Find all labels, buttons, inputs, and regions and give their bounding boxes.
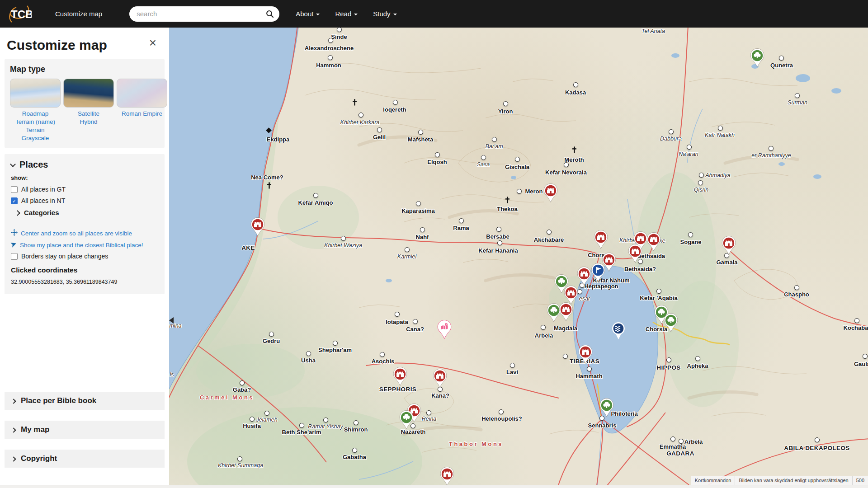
ake-synagogue-marker-icon[interactable] (250, 217, 265, 238)
tiberias-synagogue-marker-icon[interactable] (578, 345, 593, 366)
husifa-place-dot-marker[interactable] (250, 417, 255, 422)
ioqereth-place-dot-marker[interactable] (393, 100, 398, 105)
karmiel-place-dot-marker[interactable] (405, 247, 410, 252)
gamala-synagogue-marker-icon[interactable] (721, 236, 736, 257)
kochaba-place-dot-marker[interactable] (854, 318, 859, 323)
map-type-link-satellite[interactable]: Satellite (63, 110, 114, 118)
map-type-link-grayscale[interactable]: Grayscale (10, 134, 61, 142)
gaula-place-dot-marker[interactable] (863, 354, 868, 359)
dabbura-place-dot-marker[interactable] (669, 129, 674, 134)
cana-place-dot-marker[interactable] (413, 319, 418, 324)
roadmap-thumbnail[interactable] (10, 79, 61, 108)
qunetra-place-dot-marker[interactable] (779, 56, 784, 61)
lavi-place-dot-marker[interactable] (510, 363, 515, 368)
roman-empire-thumbnail[interactable] (117, 79, 167, 108)
kefar-amiqo-place-dot-marker[interactable] (313, 193, 318, 198)
ramat-yishay-place-dot-marker[interactable] (323, 418, 328, 422)
flag-marker-icon[interactable] (590, 263, 606, 284)
categories-toggle[interactable]: Categories (14, 209, 160, 216)
map-type-link-roadmap[interactable]: Roadmap (10, 110, 61, 118)
bersabe-place-dot-marker[interactable] (496, 227, 501, 232)
nav-customize-map-link[interactable]: Customize map (55, 10, 102, 18)
khirbet-waziya-place-dot-marker[interactable] (341, 236, 346, 241)
nazareth-tree-marker-icon[interactable] (399, 410, 414, 431)
checkbox-all-places-in-nt[interactable]: ✓All places in NT (11, 197, 160, 204)
satellite-thumbnail[interactable] (63, 79, 114, 108)
sea-marker-icon[interactable] (611, 322, 626, 342)
search-icon[interactable] (266, 10, 274, 20)
bar-am-place-dot-marker[interactable] (492, 137, 497, 142)
chorazin-synagogue-marker-icon[interactable] (593, 230, 609, 251)
akchabare-place-dot-marker[interactable] (547, 230, 552, 235)
jelameh-place-dot-marker[interactable] (264, 411, 269, 416)
arbela-place-dot-marker[interactable] (541, 325, 546, 330)
kefar-hanania-place-dot-marker[interactable] (497, 240, 502, 245)
kafr-natakh-place-dot-marker[interactable] (718, 126, 723, 131)
yiron-place-dot-marker[interactable] (503, 101, 508, 106)
kana-synagogue-marker-icon[interactable] (432, 369, 448, 389)
shephar-am-place-dot-marker[interactable] (333, 341, 338, 346)
link-center-and-zoom-so-all-places-are-visible[interactable]: Center and zoom so all places are visibl… (11, 229, 160, 237)
surman-place-dot-marker[interactable] (795, 93, 800, 98)
hammon-place-dot-marker[interactable] (328, 55, 333, 60)
synagogue-marker-icon[interactable] (576, 267, 592, 287)
kadasa-place-dot-marker[interactable] (573, 82, 578, 87)
nea-come-cross-marker-icon[interactable] (266, 182, 272, 191)
place-dot-marker[interactable] (563, 354, 568, 359)
cross-marker-icon[interactable] (352, 99, 358, 108)
na-aran-place-dot-marker[interactable] (687, 145, 692, 150)
link-show-my-place-and-the-closest-biblical-place[interactable]: Show my place and the closest Biblical p… (11, 241, 160, 249)
nav-menu-about[interactable]: About (296, 10, 320, 18)
sinde-place-dot-marker[interactable] (337, 28, 342, 32)
usha-place-dot-marker[interactable] (306, 351, 311, 356)
horizontal-scrollbar[interactable] (0, 485, 868, 488)
reina-place-dot-marker[interactable] (426, 410, 431, 415)
ahmadiya-place-dot-marker[interactable] (699, 173, 704, 178)
places-section-header[interactable]: Places (10, 160, 160, 170)
section-bar-place-per-bible-book[interactable]: Place per Bible book (5, 392, 165, 410)
map-canvas[interactable]: SindeAlexandroscheneHammonEkdippaKhirbet… (169, 28, 868, 488)
bethsaida-synagogue-marker-icon[interactable] (627, 244, 643, 265)
gabatha-place-dot-marker[interactable] (352, 448, 357, 453)
gelil-place-dot-marker[interactable] (377, 127, 382, 132)
iotapata-place-dot-marker[interactable] (395, 312, 400, 317)
khirbet-summaqa-place-dot-marker[interactable] (237, 456, 242, 461)
keyboard-shortcuts-link[interactable]: Kortkommandon (691, 476, 735, 485)
philoteria-tree-marker-icon[interactable] (599, 398, 614, 419)
helenoupolis-place-dot-marker[interactable] (499, 409, 504, 414)
abila-dekapoleos-place-dot-marker[interactable] (815, 437, 820, 442)
synagogue-marker-icon[interactable] (646, 232, 661, 253)
chaspho-place-dot-marker[interactable] (794, 285, 799, 290)
checkbox-all-places-in-gt-box[interactable] (11, 186, 18, 193)
kaparasima-place-dot-marker[interactable] (416, 201, 421, 206)
apheka-place-dot-marker[interactable] (695, 356, 700, 361)
elqosh-place-dot-marker[interactable] (435, 152, 440, 157)
emmatha-place-dot-marker[interactable] (670, 436, 675, 441)
thekoa-cross-marker-icon[interactable] (505, 197, 510, 206)
khirbet-karkara-place-dot-marker[interactable] (359, 113, 363, 117)
sasa-place-dot-marker[interactable] (481, 155, 486, 160)
map-type-link-roman-empire[interactable]: Roman Empire (117, 110, 167, 118)
beth-she-arim-place-dot-marker[interactable] (299, 423, 304, 428)
nav-menu-read[interactable]: Read (335, 10, 358, 18)
checkbox-borders-stay-box[interactable] (11, 253, 18, 260)
sogane-place-dot-marker[interactable] (688, 232, 693, 237)
sepphoris-synagogue-marker-icon[interactable] (392, 367, 408, 388)
gedru-place-dot-marker[interactable] (269, 332, 274, 337)
map-type-link-terrain-name[interactable]: Terrain (name) (10, 118, 61, 126)
hammath-place-dot-marker[interactable] (587, 366, 592, 371)
meron-place-dot-marker[interactable] (517, 189, 522, 194)
map-type-link-terrain[interactable]: Terrain (10, 126, 61, 134)
close-icon[interactable]: × (149, 37, 156, 49)
rama-place-dot-marker[interactable] (459, 218, 464, 223)
mafsheta-place-dot-marker[interactable] (418, 130, 423, 135)
qisrin-place-dot-marker[interactable] (698, 180, 703, 185)
kefar-aqabia-place-dot-marker[interactable] (656, 289, 661, 294)
nahf-place-dot-marker[interactable] (420, 227, 425, 232)
asochis-place-dot-marker[interactable] (380, 352, 385, 357)
nav-menu-study[interactable]: Study (373, 10, 396, 18)
tree-marker-icon[interactable] (663, 313, 679, 334)
tree-marker-icon[interactable] (750, 48, 765, 69)
gischala-place-dot-marker[interactable] (515, 157, 520, 162)
map-pin-marker-icon[interactable] (437, 320, 452, 341)
